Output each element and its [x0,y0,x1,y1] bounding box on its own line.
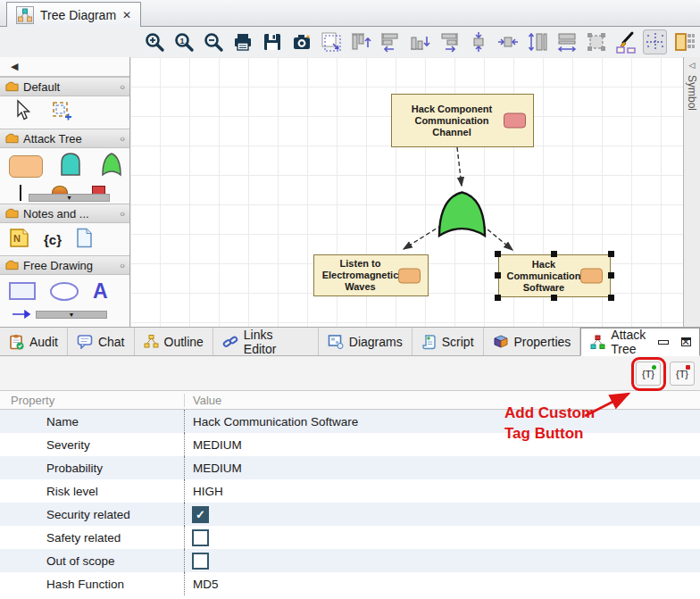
select-tool-icon[interactable] [11,99,32,126]
and-gate-tool-icon[interactable] [57,151,84,181]
symbol-panel-strip[interactable]: ◁ Symbol [683,57,700,327]
attack-tree-icon [590,335,605,350]
match-width-icon[interactable] [554,29,579,54]
constraint-tool-icon[interactable]: {c} [44,232,62,247]
node-tool-icon[interactable] [9,155,43,178]
properties-icon [493,334,509,349]
selection-handle[interactable] [608,251,614,257]
connector-gate-left[interactable] [404,225,442,249]
connector-gate-right[interactable] [482,225,512,250]
tab-properties[interactable]: Properties [484,328,581,355]
palette-section-free-drawing[interactable]: Free Drawing ‹› [0,255,129,275]
checkbox[interactable] [192,529,209,546]
node-root-badge[interactable] [504,113,526,129]
selection-handle[interactable] [551,251,557,257]
zoom-in-icon[interactable] [142,29,166,54]
screenshot-icon[interactable] [289,29,313,54]
selection-handle[interactable] [608,295,614,301]
checkbox[interactable] [192,553,209,570]
link-tool-icon[interactable] [20,185,21,201]
marquee-tool-icon[interactable] [50,99,73,126]
align-top-icon[interactable] [348,29,372,54]
pin-icon[interactable]: ‹› [120,261,124,270]
zoom-out-icon[interactable] [201,29,225,54]
selection-handle[interactable] [495,251,501,257]
tab-outline[interactable]: Outline [135,328,213,355]
resize-area-icon[interactable] [584,29,608,54]
symbol-fill-icon[interactable] [672,29,696,54]
pin-icon[interactable]: ‹› [120,134,124,144]
palette-section-default[interactable]: Default ‹› [0,77,129,96]
diagram-toolbar: 1 [0,27,700,57]
save-icon[interactable] [260,29,284,54]
node-listen[interactable]: Listen to Electromagnetic Waves [313,254,429,296]
pin-icon[interactable]: ‹› [120,82,124,92]
text-tool-icon[interactable]: A [93,282,108,300]
node-hack-software[interactable]: Hack Communication Software [498,254,611,297]
connector-root-gate[interactable] [457,147,462,186]
add-custom-tag-button[interactable]: {T} [636,362,661,386]
chat-icon [77,334,93,349]
grid-toggle-icon[interactable] [643,29,667,54]
tab-diagrams[interactable]: Diagrams [319,328,412,355]
table-row[interactable]: Safety related [0,526,700,549]
align-left-icon[interactable] [378,29,402,54]
tab-chat[interactable]: Chat [68,328,135,355]
column-header-value: Value [184,394,700,407]
tab-links-editor[interactable]: Links Editor [213,328,319,355]
tab-audit[interactable]: Audit [0,328,68,355]
editor-tab-title: Tree Diagram [40,8,116,22]
ellipse-tool-icon[interactable] [50,282,79,301]
or-gate-shape[interactable] [439,193,485,237]
document-tool-icon[interactable] [76,228,93,252]
match-height-icon[interactable] [525,29,549,54]
palette-section-notes[interactable]: Notes and ... ‹› [0,204,129,223]
folder-icon [5,260,19,270]
table-row[interactable]: Risk level HIGH [0,479,700,503]
marquee-zoom-icon[interactable] [319,29,343,54]
diagrams-icon [328,334,344,349]
table-row[interactable]: Out of scope [0,549,700,572]
editor-tab-close-icon[interactable]: ✕ [122,9,131,21]
properties-toolbar: {T} {T} [0,356,700,390]
node-root[interactable]: Hack Component Communication Channel [391,94,534,147]
center-vertical-icon[interactable] [466,29,490,54]
table-row[interactable]: Hash Function MD5 [0,572,700,595]
rectangle-tool-icon[interactable] [9,282,36,300]
minimize-panel-button[interactable] [658,340,669,345]
palette-horizontal-scrollbar[interactable]: ▼ [29,194,110,202]
selection-handle[interactable] [495,295,501,301]
diagram-canvas[interactable]: Hack Component Communication Channel Lis… [130,57,683,327]
palette-collapse-icon[interactable]: ◀ [11,61,18,72]
zoom-original-icon[interactable]: 1 [171,29,196,54]
align-right-icon[interactable] [437,29,461,54]
add-icon [652,365,656,370]
palette-collapse-bar[interactable]: ◀ [0,57,129,77]
maximize-panel-button[interactable] [681,337,691,346]
editor-tab-tree-diagram[interactable]: Tree Diagram ✕ [6,2,141,27]
palette-section-attack-tree[interactable]: Attack Tree ‹› [0,129,129,148]
tab-script[interactable]: Script [412,328,484,355]
center-horizontal-icon[interactable] [496,29,520,54]
format-painter-icon[interactable] [613,29,638,54]
symbol-collapse-icon[interactable]: ◁ [689,61,696,70]
table-row[interactable]: Probability MEDIUM [0,456,700,479]
align-bottom-icon[interactable] [407,29,431,54]
palette-horizontal-scrollbar[interactable]: ▼ [36,311,107,319]
remove-tag-button[interactable]: {T} [670,362,695,386]
checkbox[interactable]: ✓ [192,506,209,523]
selection-handle[interactable] [608,272,614,279]
or-gate-tool-icon[interactable] [98,151,125,181]
table-row[interactable]: Name Hack Communication Software [0,410,700,433]
node-hack-software-badge[interactable] [580,269,603,284]
table-row[interactable]: Security related ✓ [0,503,700,526]
print-icon[interactable] [230,29,254,54]
selection-handle[interactable] [551,295,557,301]
connection-tool-icon[interactable] [11,310,34,319]
selection-handle[interactable] [495,272,501,279]
pin-icon[interactable]: ‹› [120,209,124,219]
properties-table-header: Property Value [0,390,700,410]
table-row[interactable]: Severity MEDIUM [0,433,700,456]
node-listen-badge[interactable] [398,268,421,283]
note-tool-icon[interactable]: N [9,228,29,252]
